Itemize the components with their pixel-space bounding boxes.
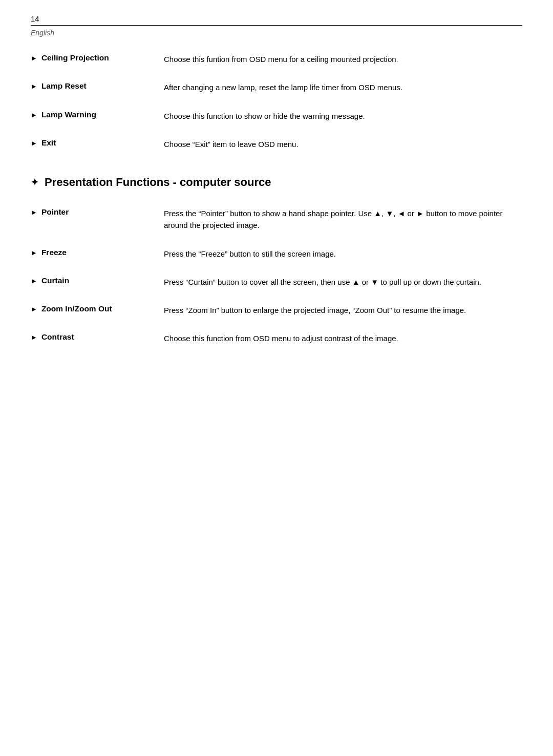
top-section: ► Ceiling Projection Choose this funtion… bbox=[31, 53, 522, 150]
entry-freeze: ► Freeze Press the “Freeze” button to st… bbox=[31, 248, 522, 260]
entry-desc-curtain: Press “Curtain” button to cover all the … bbox=[164, 276, 522, 288]
entry-desc-contrast: Choose this function from OSD menu to ad… bbox=[164, 332, 522, 344]
entry-label-curtain: ► Curtain bbox=[31, 276, 164, 285]
entry-desc-zoom: Press “Zoom In” button to enlarge the pr… bbox=[164, 304, 522, 316]
entry-lamp-reset: ► Lamp Reset After changing a new lamp, … bbox=[31, 81, 522, 93]
entry-desc-exit: Choose “Exit” item to leave OSD menu. bbox=[164, 138, 522, 150]
entry-desc-lamp-reset: After changing a new lamp, reset the lam… bbox=[164, 81, 522, 93]
entry-curtain: ► Curtain Press “Curtain” button to cove… bbox=[31, 276, 522, 288]
entry-desc-freeze: Press the “Freeze” button to still the s… bbox=[164, 248, 522, 260]
arrow-icon-lamp-reset: ► bbox=[31, 82, 37, 90]
entry-pointer: ► Pointer Press the “Pointer” button to … bbox=[31, 207, 522, 232]
arrow-icon-pointer: ► bbox=[31, 208, 37, 216]
diamond-icon: ✦ bbox=[31, 177, 38, 188]
entry-label-pointer: ► Pointer bbox=[31, 207, 164, 217]
arrow-icon-curtain: ► bbox=[31, 277, 37, 285]
entry-label-freeze: ► Freeze bbox=[31, 248, 164, 257]
page-number: 14 bbox=[31, 14, 39, 23]
entry-zoom: ► Zoom In/Zoom Out Press “Zoom In” butto… bbox=[31, 304, 522, 316]
section2-heading: ✦ Presentation Functions - computer sour… bbox=[31, 176, 522, 189]
entry-desc-ceiling-projection: Choose this funtion from OSD menu for a … bbox=[164, 53, 522, 65]
entry-label-contrast: ► Contrast bbox=[31, 332, 164, 342]
entry-lamp-warning: ► Lamp Warning Choose this function to s… bbox=[31, 110, 522, 122]
entry-ceiling-projection: ► Ceiling Projection Choose this funtion… bbox=[31, 53, 522, 65]
entry-label-zoom: ► Zoom In/Zoom Out bbox=[31, 304, 164, 313]
arrow-icon-contrast: ► bbox=[31, 333, 37, 341]
entry-desc-pointer: Press the “Pointer” button to show a han… bbox=[164, 207, 522, 232]
arrow-icon-lamp-warning: ► bbox=[31, 111, 37, 119]
entry-label-exit: ► Exit bbox=[31, 138, 164, 148]
entry-exit: ► Exit Choose “Exit” item to leave OSD m… bbox=[31, 138, 522, 150]
entry-label-ceiling-projection: ► Ceiling Projection bbox=[31, 53, 164, 62]
arrow-icon-zoom: ► bbox=[31, 305, 37, 313]
arrow-icon-exit: ► bbox=[31, 139, 37, 147]
arrow-icon-freeze: ► bbox=[31, 249, 37, 257]
page-header: 14 bbox=[31, 14, 522, 26]
entry-contrast: ► Contrast Choose this function from OSD… bbox=[31, 332, 522, 344]
entry-desc-lamp-warning: Choose this function to show or hide the… bbox=[164, 110, 522, 122]
section2-entries: ► Pointer Press the “Pointer” button to … bbox=[31, 207, 522, 345]
entry-label-lamp-reset: ► Lamp Reset bbox=[31, 81, 164, 91]
language-label: English bbox=[31, 29, 522, 37]
arrow-icon-ceiling-projection: ► bbox=[31, 54, 37, 62]
page: 14 English ► Ceiling Projection Choose t… bbox=[0, 0, 553, 756]
entry-label-lamp-warning: ► Lamp Warning bbox=[31, 110, 164, 119]
